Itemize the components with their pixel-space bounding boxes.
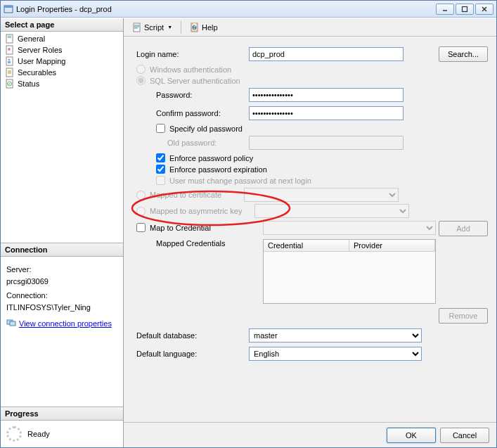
page-list: General Server Roles User Mapping Secura… [1, 32, 123, 243]
password-label: Password: [136, 91, 249, 99]
svg-rect-7 [8, 36, 11, 37]
ok-button[interactable]: OK [387, 428, 436, 443]
page-user-mapping[interactable]: User Mapping [2, 56, 122, 67]
page-general[interactable]: General [2, 33, 122, 44]
titlebar[interactable]: Login Properties - dcp_prod [1, 1, 496, 18]
connection-label: Connection: [6, 290, 117, 302]
page-label: Status [18, 79, 39, 88]
svg-point-10 [8, 48, 11, 51]
specify-old-password-label: Specify old password [169, 124, 243, 133]
old-password-input [249, 136, 404, 150]
asym-combo [254, 204, 409, 218]
server-label: Server: [6, 264, 117, 276]
confirm-password-input[interactable] [249, 106, 404, 120]
toolbar-separator [181, 21, 181, 34]
connection-icon [6, 317, 16, 331]
sql-auth-label: SQL Server authentication [150, 77, 240, 85]
must-change-checkbox [156, 176, 165, 185]
toolbar: Script ▼ ? Help [124, 18, 496, 37]
script-button[interactable]: Script ▼ [129, 21, 175, 34]
page-label: Server Roles [18, 46, 63, 54]
page-label: General [18, 34, 45, 43]
mapped-credentials-label: Mapped Credentials [136, 239, 263, 248]
cred-col-credential: Credential [264, 240, 349, 251]
help-button[interactable]: ? Help [187, 21, 221, 34]
default-db-label: Default database: [136, 331, 249, 340]
remove-button: Remove [439, 308, 488, 324]
app-icon [4, 4, 13, 14]
login-properties-window: Login Properties - dcp_prod Select a pag… [0, 0, 497, 448]
help-label: Help [202, 23, 218, 32]
left-panel: Select a page General Server Roles User … [1, 18, 124, 447]
script-label: Script [144, 23, 164, 32]
svg-rect-8 [8, 37, 11, 38]
svg-point-12 [8, 59, 11, 61]
map-credential-label: Map to Credential [150, 224, 211, 232]
mapped-cert-label: Mapped to certificate [150, 191, 221, 199]
page-status[interactable]: Status [2, 78, 122, 89]
progress-spinner-icon [6, 426, 22, 442]
form-area: Login name: Search... Windows authentica… [124, 37, 496, 422]
svg-rect-15 [8, 70, 11, 74]
login-name-label: Login name: [136, 50, 249, 58]
credential-combo [263, 221, 436, 235]
credentials-list[interactable]: CredentialProvider [263, 239, 436, 304]
password-input[interactable] [249, 88, 404, 102]
default-lang-label: Default language: [136, 350, 249, 358]
svg-rect-20 [134, 23, 140, 32]
minimize-button[interactable] [436, 4, 454, 15]
view-connection-properties-link[interactable]: View connection properties [19, 318, 112, 330]
specify-old-password-checkbox[interactable] [156, 124, 165, 133]
sql-auth-radio [136, 76, 146, 85]
connection-value: ITLINFOSYS\Tyler_Ning [6, 302, 117, 314]
window-title: Login Properties - dcp_prod [16, 5, 436, 13]
login-name-input[interactable] [249, 47, 404, 61]
page-label: Securables [18, 68, 56, 77]
svg-rect-1 [4, 6, 13, 8]
enforce-expiration-checkbox[interactable] [156, 165, 165, 174]
mapped-asym-label: Mapped to asymmetric key [150, 207, 242, 215]
connection-header: Connection [1, 243, 123, 257]
dialog-footer: OK Cancel [124, 422, 496, 447]
confirm-password-label: Confirm password: [136, 109, 249, 117]
server-value: prcsgi03069 [6, 276, 117, 288]
chevron-down-icon: ▼ [167, 25, 172, 30]
svg-rect-6 [6, 34, 13, 43]
svg-rect-13 [8, 61, 11, 63]
svg-rect-19 [10, 321, 15, 326]
page-server-roles[interactable]: Server Roles [2, 44, 122, 56]
windows-auth-label: Windows authentication [150, 65, 231, 74]
default-lang-combo[interactable]: English [249, 347, 422, 361]
page-label: User Mapping [18, 57, 65, 65]
map-credential-checkbox[interactable] [136, 223, 146, 232]
add-button: Add [439, 221, 488, 236]
enforce-policy-checkbox[interactable] [156, 153, 165, 162]
enforce-policy-label: Enforce password policy [169, 154, 253, 162]
enforce-expiration-label: Enforce password expiration [169, 165, 267, 174]
cred-col-provider: Provider [349, 240, 435, 251]
windows-auth-radio [136, 65, 146, 74]
progress-status: Ready [27, 430, 50, 438]
select-page-header: Select a page [1, 18, 123, 32]
old-password-label: Old password: [136, 139, 249, 147]
cert-combo [244, 188, 399, 202]
svg-rect-3 [463, 6, 467, 11]
mapped-asym-radio [136, 207, 146, 216]
mapped-cert-radio [136, 191, 146, 200]
progress-header: Progress [1, 407, 123, 421]
close-button[interactable] [475, 4, 493, 15]
search-button[interactable]: Search... [439, 46, 488, 62]
page-securables[interactable]: Securables [2, 67, 122, 78]
svg-text:?: ? [193, 23, 197, 30]
maximize-button[interactable] [456, 4, 474, 15]
must-change-label: User must change password at next login [169, 177, 311, 185]
cancel-button[interactable]: Cancel [440, 428, 489, 443]
default-db-combo[interactable]: master [249, 328, 422, 343]
